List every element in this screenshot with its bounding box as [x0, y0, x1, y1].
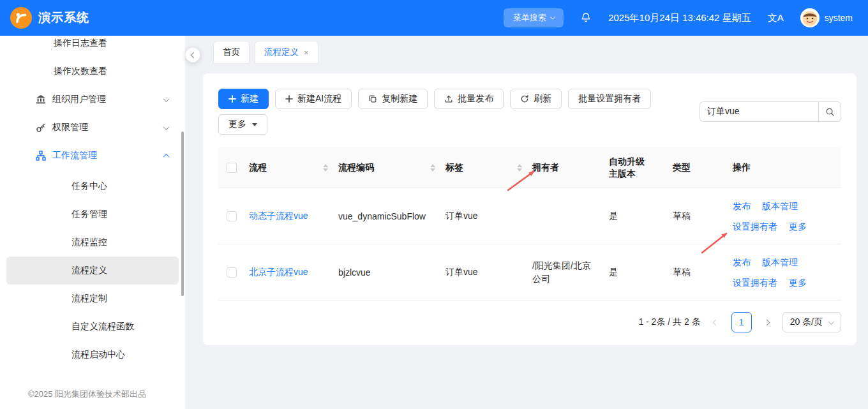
sidebar-item-flow-customize[interactable]: 流程定制	[6, 285, 179, 313]
sidebar-group-workflow[interactable]: 工作流管理	[0, 142, 185, 170]
caret-down-icon	[252, 123, 257, 126]
column-header-type: 类型	[673, 147, 733, 188]
plus-icon	[228, 95, 236, 103]
content-card: 新建 新建AI流程	[203, 73, 857, 345]
flow-code: bjzlcvue	[338, 244, 445, 300]
avatar	[800, 8, 819, 27]
sidebar-item-custom-flow-function[interactable]: 自定义流程函数	[6, 313, 179, 341]
sidebar-item-label: 自定义流程函数	[71, 321, 134, 332]
user-menu[interactable]: system	[800, 8, 853, 27]
flow-tag: 订单vue	[445, 244, 532, 300]
row-checkbox[interactable]	[227, 267, 237, 278]
permission-icon	[36, 123, 46, 133]
pagination: 1 - 2条 / 共 2 条 1 20 条/页	[218, 312, 841, 332]
version-manage-link[interactable]: 版本管理	[762, 197, 798, 216]
sidebar-group-org-user[interactable]: 组织用户管理	[0, 86, 185, 114]
publish-link[interactable]: 发布	[733, 253, 751, 272]
table-row: 北京子流程vue bjzlcvue 订单vue /阳光集团/北京公司 是 草稿 …	[218, 244, 841, 301]
batch-set-owner-button[interactable]: 批量设置拥有者	[568, 89, 651, 109]
new-ai-flow-button[interactable]: 新建AI流程	[275, 89, 352, 109]
column-header-code[interactable]: 流程编码	[338, 147, 445, 188]
select-all-checkbox[interactable]	[227, 163, 237, 173]
tab-flow-definition[interactable]: 流程定义 ×	[255, 41, 318, 64]
sidebar-item-label: 任务中心	[71, 181, 107, 192]
column-header-tag[interactable]: 标签	[445, 147, 532, 188]
sidebar-item-task-manage[interactable]: 任务管理	[6, 200, 179, 228]
refresh-icon	[520, 94, 529, 103]
publish-link[interactable]: 发布	[733, 197, 751, 216]
page-size-select[interactable]: 20 条/页	[782, 312, 841, 332]
notification-bell-icon[interactable]	[580, 12, 592, 24]
tab-label: 首页	[223, 47, 240, 58]
sort-icon	[323, 164, 328, 172]
sidebar-item-flow-start-center[interactable]: 流程启动中心	[6, 341, 179, 369]
sidebar-item-label: 操作次数查看	[54, 66, 107, 77]
sidebar-item-operation-log[interactable]: 操作日志查看	[0, 36, 185, 57]
flow-code: vue_dynamicSubFlow	[338, 188, 445, 244]
row-checkbox[interactable]	[227, 211, 237, 221]
toolbar: 新建 新建AI流程	[218, 89, 841, 135]
username: system	[825, 13, 853, 23]
sidebar-footer: ©2025 阳光集团体验技术部出品	[28, 389, 146, 400]
table-row: 动态子流程vue vue_dynamicSubFlow 订单vue 是 草稿 发…	[218, 188, 841, 244]
top-header: 演示系统 菜单搜索 2025年10月24日 13:46:42 星期五 文A s	[0, 0, 868, 36]
app-logo-icon	[10, 7, 32, 29]
copy-icon	[368, 94, 377, 103]
copy-create-button[interactable]: 复制新建	[358, 89, 428, 109]
flow-owner: /阳光集团/北京公司	[532, 244, 609, 300]
flow-name-link[interactable]: 北京子流程vue	[249, 267, 308, 278]
chevron-down-icon	[828, 318, 835, 325]
prev-page-button[interactable]	[707, 312, 725, 332]
brand[interactable]: 演示系统	[10, 7, 89, 29]
pagination-total: 1 - 2条 / 共 2 条	[638, 316, 700, 328]
flow-type: 草稿	[673, 188, 733, 244]
language-switch-icon[interactable]: 文A	[768, 12, 784, 24]
datetime-display: 2025年10月24日 13:46:42 星期五	[608, 12, 751, 24]
batch-publish-button[interactable]: 批量发布	[434, 89, 504, 109]
sidebar-item-label: 任务管理	[71, 209, 107, 220]
more-button[interactable]: 更多	[218, 114, 267, 135]
more-actions-link[interactable]: 更多	[789, 273, 807, 292]
sidebar-item-task-center[interactable]: 任务中心	[6, 172, 179, 200]
next-page-button[interactable]	[758, 312, 776, 332]
sidebar-collapse-button[interactable]	[185, 47, 200, 63]
version-manage-link[interactable]: 版本管理	[762, 253, 798, 272]
sidebar-group-permission[interactable]: 权限管理	[0, 114, 185, 142]
page-number-button[interactable]: 1	[731, 312, 752, 332]
sort-icon	[430, 164, 435, 172]
column-header-actions: 操作	[733, 147, 841, 188]
sidebar-scrollbar[interactable]	[181, 131, 184, 296]
sidebar-item-label: 流程启动中心	[71, 349, 125, 361]
organization-icon	[36, 94, 46, 105]
sidebar-item-operation-count[interactable]: 操作次数查看	[0, 57, 185, 86]
menu-search[interactable]: 菜单搜索	[504, 8, 564, 27]
close-icon[interactable]: ×	[304, 48, 309, 57]
sidebar-item-label: 流程监控	[71, 237, 107, 248]
sort-icon	[517, 164, 522, 172]
sidebar: 操作日志查看 操作次数查看 组织用户管理	[0, 36, 185, 409]
search-button[interactable]	[818, 101, 841, 122]
flow-name-link[interactable]: 动态子流程vue	[249, 211, 308, 222]
column-header-flow[interactable]: 流程	[249, 147, 338, 188]
search-input[interactable]	[700, 101, 818, 122]
tab-home[interactable]: 首页	[213, 41, 250, 64]
chevron-down-icon	[550, 14, 555, 19]
sidebar-item-flow-monitor[interactable]: 流程监控	[6, 228, 179, 257]
set-owner-link[interactable]: 设置拥有者	[733, 273, 777, 292]
main-content: 首页 流程定义 × 新建	[185, 36, 868, 409]
auto-upgrade-value: 是	[609, 188, 673, 244]
sidebar-item-label: 权限管理	[52, 122, 88, 133]
column-header-auto-upgrade: 自动升级主版本	[609, 147, 673, 188]
new-button[interactable]: 新建	[218, 89, 269, 109]
column-header-owner: 拥有者	[532, 147, 609, 188]
sidebar-item-label: 操作日志查看	[54, 38, 107, 49]
more-actions-link[interactable]: 更多	[789, 217, 807, 236]
refresh-button[interactable]: 刷新	[510, 89, 562, 109]
workflow-icon	[36, 151, 46, 161]
table-search	[700, 101, 841, 122]
set-owner-link[interactable]: 设置拥有者	[733, 217, 777, 236]
publish-icon	[444, 94, 453, 103]
sidebar-item-label: 工作流管理	[52, 150, 97, 161]
tab-label: 流程定义	[264, 47, 299, 58]
sidebar-item-flow-definition[interactable]: 流程定义	[6, 257, 179, 285]
